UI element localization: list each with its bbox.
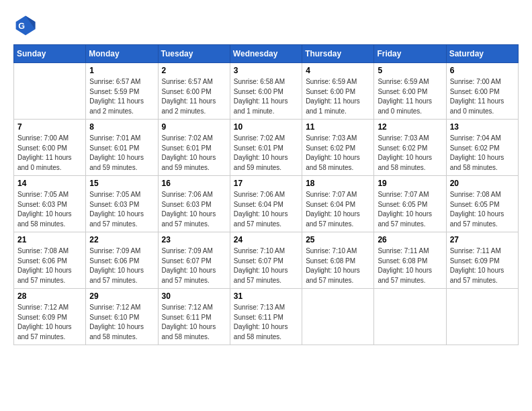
calendar-week-row: 7Sunrise: 7:00 AM Sunset: 6:00 PM Daylig…: [14, 120, 519, 176]
calendar-cell: 5Sunrise: 6:59 AM Sunset: 6:00 PM Daylig…: [374, 63, 446, 120]
day-info: Sunrise: 6:59 AM Sunset: 6:00 PM Dayligh…: [306, 77, 370, 116]
calendar-cell: 28Sunrise: 7:12 AM Sunset: 6:09 PM Dayli…: [14, 289, 86, 345]
calendar-cell: 16Sunrise: 7:06 AM Sunset: 6:03 PM Dayli…: [158, 176, 230, 232]
calendar-week-row: 1Sunrise: 6:57 AM Sunset: 5:59 PM Daylig…: [14, 63, 519, 120]
day-number: 4: [306, 66, 370, 75]
calendar-cell: 3Sunrise: 6:58 AM Sunset: 6:00 PM Daylig…: [230, 63, 302, 120]
day-number: 6: [450, 66, 515, 75]
day-info: Sunrise: 7:11 AM Sunset: 6:09 PM Dayligh…: [450, 246, 515, 285]
column-header-friday: Friday: [374, 45, 446, 63]
day-info: Sunrise: 7:09 AM Sunset: 6:06 PM Dayligh…: [89, 246, 154, 285]
day-number: 23: [162, 235, 226, 244]
day-number: 3: [234, 66, 298, 75]
calendar-cell: 18Sunrise: 7:07 AM Sunset: 6:04 PM Dayli…: [302, 176, 374, 232]
day-info: Sunrise: 6:57 AM Sunset: 6:00 PM Dayligh…: [162, 77, 226, 116]
day-number: 12: [378, 122, 442, 132]
day-info: Sunrise: 6:59 AM Sunset: 6:00 PM Dayligh…: [378, 77, 442, 116]
day-info: Sunrise: 7:06 AM Sunset: 6:04 PM Dayligh…: [234, 190, 298, 229]
day-info: Sunrise: 7:00 AM Sunset: 6:00 PM Dayligh…: [17, 134, 82, 173]
svg-text:G: G: [18, 21, 25, 31]
calendar-cell: 23Sunrise: 7:09 AM Sunset: 6:07 PM Dayli…: [158, 232, 230, 289]
calendar-cell: 4Sunrise: 6:59 AM Sunset: 6:00 PM Daylig…: [302, 63, 374, 120]
day-number: 10: [234, 122, 298, 132]
day-info: Sunrise: 7:07 AM Sunset: 6:05 PM Dayligh…: [378, 190, 442, 229]
day-info: Sunrise: 7:03 AM Sunset: 6:02 PM Dayligh…: [306, 134, 370, 173]
calendar-cell: 2Sunrise: 6:57 AM Sunset: 6:00 PM Daylig…: [158, 63, 230, 120]
day-number: 25: [306, 235, 370, 244]
calendar-cell: 6Sunrise: 7:00 AM Sunset: 6:00 PM Daylig…: [446, 63, 518, 120]
day-info: Sunrise: 7:05 AM Sunset: 6:03 PM Dayligh…: [17, 190, 82, 229]
day-number: 24: [234, 235, 298, 244]
calendar-cell: 13Sunrise: 7:04 AM Sunset: 6:02 PM Dayli…: [446, 120, 518, 176]
day-number: 15: [89, 179, 154, 188]
calendar-cell: 14Sunrise: 7:05 AM Sunset: 6:03 PM Dayli…: [14, 176, 86, 232]
calendar-cell: 24Sunrise: 7:10 AM Sunset: 6:07 PM Dayli…: [230, 232, 302, 289]
day-number: 30: [162, 291, 226, 301]
calendar-cell: 9Sunrise: 7:02 AM Sunset: 6:01 PM Daylig…: [158, 120, 230, 176]
day-info: Sunrise: 7:08 AM Sunset: 6:05 PM Dayligh…: [450, 190, 515, 229]
day-number: 28: [17, 291, 82, 301]
day-number: 18: [306, 179, 370, 188]
day-number: 14: [17, 179, 82, 188]
day-number: 22: [89, 235, 154, 244]
day-number: 2: [162, 66, 226, 75]
calendar-cell: 20Sunrise: 7:08 AM Sunset: 6:05 PM Dayli…: [446, 176, 518, 232]
day-info: Sunrise: 7:03 AM Sunset: 6:02 PM Dayligh…: [378, 134, 442, 173]
column-header-saturday: Saturday: [446, 45, 518, 63]
column-header-tuesday: Tuesday: [158, 45, 230, 63]
column-header-wednesday: Wednesday: [230, 45, 302, 63]
day-number: 16: [162, 179, 226, 188]
day-info: Sunrise: 7:00 AM Sunset: 6:00 PM Dayligh…: [450, 77, 515, 116]
day-info: Sunrise: 7:13 AM Sunset: 6:11 PM Dayligh…: [234, 303, 298, 342]
day-info: Sunrise: 7:06 AM Sunset: 6:03 PM Dayligh…: [162, 190, 226, 229]
calendar-cell: 30Sunrise: 7:12 AM Sunset: 6:11 PM Dayli…: [158, 289, 230, 345]
day-info: Sunrise: 7:11 AM Sunset: 6:08 PM Dayligh…: [378, 246, 442, 285]
day-number: 8: [89, 122, 154, 132]
column-header-monday: Monday: [86, 45, 158, 63]
calendar-cell: 19Sunrise: 7:07 AM Sunset: 6:05 PM Dayli…: [374, 176, 446, 232]
day-info: Sunrise: 7:10 AM Sunset: 6:07 PM Dayligh…: [234, 246, 298, 285]
calendar-week-row: 21Sunrise: 7:08 AM Sunset: 6:06 PM Dayli…: [14, 232, 519, 289]
day-number: 7: [17, 122, 82, 132]
day-info: Sunrise: 7:07 AM Sunset: 6:04 PM Dayligh…: [306, 190, 370, 229]
day-info: Sunrise: 7:04 AM Sunset: 6:02 PM Dayligh…: [450, 134, 515, 173]
day-number: 1: [89, 66, 154, 75]
day-number: 31: [234, 291, 298, 301]
day-number: 29: [89, 291, 154, 301]
calendar-cell: 10Sunrise: 7:02 AM Sunset: 6:01 PM Dayli…: [230, 120, 302, 176]
day-info: Sunrise: 6:57 AM Sunset: 5:59 PM Dayligh…: [89, 77, 154, 116]
calendar-cell: 22Sunrise: 7:09 AM Sunset: 6:06 PM Dayli…: [86, 232, 158, 289]
calendar-week-row: 14Sunrise: 7:05 AM Sunset: 6:03 PM Dayli…: [14, 176, 519, 232]
column-header-thursday: Thursday: [302, 45, 374, 63]
column-header-sunday: Sunday: [14, 45, 86, 63]
day-number: 11: [306, 122, 370, 132]
day-info: Sunrise: 6:58 AM Sunset: 6:00 PM Dayligh…: [234, 77, 298, 116]
day-number: 21: [17, 235, 82, 244]
logo: G: [13, 13, 42, 38]
calendar-cell: 21Sunrise: 7:08 AM Sunset: 6:06 PM Dayli…: [14, 232, 86, 289]
day-info: Sunrise: 7:02 AM Sunset: 6:01 PM Dayligh…: [234, 134, 298, 173]
calendar-cell: [446, 289, 518, 345]
day-number: 9: [162, 122, 226, 132]
calendar-cell: 12Sunrise: 7:03 AM Sunset: 6:02 PM Dayli…: [374, 120, 446, 176]
calendar-cell: [14, 63, 86, 120]
day-number: 19: [378, 179, 442, 188]
calendar-cell: [374, 289, 446, 345]
day-number: 27: [450, 235, 515, 244]
day-info: Sunrise: 7:12 AM Sunset: 6:09 PM Dayligh…: [17, 303, 82, 342]
day-info: Sunrise: 7:02 AM Sunset: 6:01 PM Dayligh…: [162, 134, 226, 173]
calendar-cell: 26Sunrise: 7:11 AM Sunset: 6:08 PM Dayli…: [374, 232, 446, 289]
calendar-table: SundayMondayTuesdayWednesdayThursdayFrid…: [13, 44, 519, 345]
day-number: 17: [234, 179, 298, 188]
day-info: Sunrise: 7:10 AM Sunset: 6:08 PM Dayligh…: [306, 246, 370, 285]
day-number: 5: [378, 66, 442, 75]
calendar-cell: 25Sunrise: 7:10 AM Sunset: 6:08 PM Dayli…: [302, 232, 374, 289]
calendar-cell: 15Sunrise: 7:05 AM Sunset: 6:03 PM Dayli…: [86, 176, 158, 232]
calendar-cell: 8Sunrise: 7:01 AM Sunset: 6:01 PM Daylig…: [86, 120, 158, 176]
day-info: Sunrise: 7:12 AM Sunset: 6:11 PM Dayligh…: [162, 303, 226, 342]
calendar-cell: 7Sunrise: 7:00 AM Sunset: 6:00 PM Daylig…: [14, 120, 86, 176]
day-number: 26: [378, 235, 442, 244]
calendar-week-row: 28Sunrise: 7:12 AM Sunset: 6:09 PM Dayli…: [14, 289, 519, 345]
calendar-cell: 11Sunrise: 7:03 AM Sunset: 6:02 PM Dayli…: [302, 120, 374, 176]
day-number: 20: [450, 179, 515, 188]
